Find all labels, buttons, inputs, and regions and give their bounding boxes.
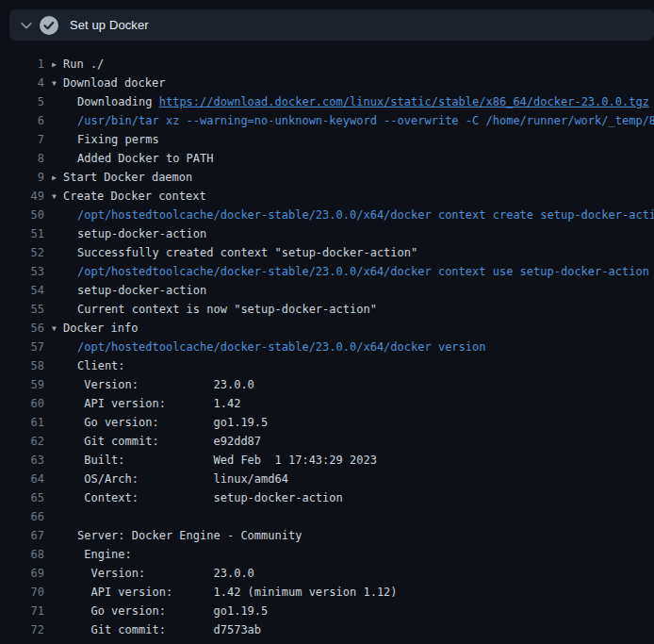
chevron-down-icon[interactable] — [19, 18, 34, 33]
log-text: OS/Arch: linux/amd64 — [77, 472, 288, 486]
line-number[interactable]: 69 — [0, 564, 44, 583]
log-text: Server: Docker Engine - Community — [77, 529, 302, 542]
log-text: Added Docker to PATH — [77, 152, 214, 165]
log-command: /opt/hostedtoolcache/docker-stable/23.0.… — [77, 208, 654, 222]
log-line-row: 72 Git commit: d7573ab — [0, 620, 654, 639]
triangle-expanded-icon[interactable]: ▼ — [52, 320, 63, 338]
log-line-row: 54setup-docker-action — [0, 281, 654, 300]
group-title: Download docker — [63, 76, 165, 90]
log-link[interactable]: https://download.docker.com/linux/static… — [159, 95, 649, 108]
line-number[interactable]: 70 — [0, 583, 44, 602]
group-title: Create Docker context — [63, 190, 206, 203]
log-text: Current context is now "setup-docker-act… — [77, 303, 377, 316]
log-line-row: 71 Go version: go1.19.5 — [0, 602, 654, 620]
line-number[interactable]: 5 — [0, 92, 44, 111]
log-group-row[interactable]: 9▶Start Docker daemon — [0, 168, 654, 187]
log-text: Go version: go1.19.5 — [77, 416, 268, 429]
line-number[interactable]: 52 — [0, 243, 44, 262]
log-group-row[interactable]: 4▼Download docker — [0, 74, 654, 92]
line-number[interactable]: 1 — [0, 55, 44, 74]
line-number[interactable]: 62 — [0, 432, 44, 451]
step-header[interactable]: Set up Docker — [9, 9, 654, 41]
log-text: Git commit: d7573ab — [77, 623, 261, 636]
log-text: Built: Wed Feb 1 17:43:29 2023 — [77, 454, 377, 467]
log-text: Version: 23.0.0 — [77, 567, 254, 580]
log-line-row: 66 — [0, 507, 654, 526]
line-number[interactable]: 60 — [0, 394, 44, 413]
line-number[interactable]: 59 — [0, 375, 44, 394]
line-number[interactable]: 67 — [0, 526, 44, 545]
line-number[interactable]: 64 — [0, 470, 44, 488]
line-number[interactable]: 51 — [0, 224, 44, 243]
line-number[interactable]: 72 — [0, 620, 44, 639]
log-text: Context: setup-docker-action — [77, 491, 343, 504]
log-line-row: 60 API version: 1.42 — [0, 394, 654, 413]
log-line-row: 58Client: — [0, 356, 654, 375]
line-number[interactable]: 56 — [0, 319, 44, 338]
log-line-row: 55Current context is now "setup-docker-a… — [0, 300, 654, 319]
line-number[interactable]: 50 — [0, 206, 44, 224]
log-line-row: 57/opt/hostedtoolcache/docker-stable/23.… — [0, 338, 654, 356]
line-number[interactable]: 71 — [0, 602, 44, 620]
log-lines: 1▶Run ./4▼Download docker5Downloading ht… — [0, 55, 654, 639]
log-line-row: 63 Built: Wed Feb 1 17:43:29 2023 — [0, 451, 654, 470]
line-number[interactable]: 54 — [0, 281, 44, 300]
line-number[interactable]: 65 — [0, 488, 44, 507]
log-line-row: 62 Git commit: e92dd87 — [0, 432, 654, 451]
line-number[interactable]: 58 — [0, 356, 44, 375]
log-command: /opt/hostedtoolcache/docker-stable/23.0.… — [77, 340, 485, 354]
log-line-row: 69 Version: 23.0.0 — [0, 564, 654, 583]
line-number[interactable]: 53 — [0, 262, 44, 281]
line-number[interactable]: 8 — [0, 149, 44, 168]
line-number[interactable]: 57 — [0, 338, 44, 356]
log-line-row: 50/opt/hostedtoolcache/docker-stable/23.… — [0, 206, 654, 224]
group-title: Docker info — [63, 322, 138, 335]
log-text: Successfully created context "setup-dock… — [77, 246, 417, 259]
triangle-expanded-icon[interactable]: ▼ — [52, 74, 63, 92]
log-text: Go version: go1.19.5 — [77, 604, 268, 618]
log-line-row: 51setup-docker-action — [0, 224, 654, 243]
log-group-row[interactable]: 49▼Create Docker context — [0, 187, 654, 206]
line-number[interactable]: 61 — [0, 413, 44, 432]
log-line-row: 65 Context: setup-docker-action — [0, 488, 654, 507]
log-group-row[interactable]: 56▼Docker info — [0, 319, 654, 338]
line-number[interactable]: 9 — [0, 168, 44, 187]
log-text: Engine: — [77, 548, 132, 561]
line-number[interactable]: 4 — [0, 74, 44, 92]
triangle-collapsed-icon[interactable]: ▶ — [52, 169, 63, 187]
log-line-row: 68 Engine: — [0, 545, 654, 564]
log-line-row: 52Successfully created context "setup-do… — [0, 243, 654, 262]
log-line-row: 53/opt/hostedtoolcache/docker-stable/23.… — [0, 262, 654, 281]
line-number[interactable]: 7 — [0, 130, 44, 149]
line-number[interactable]: 49 — [0, 187, 44, 206]
triangle-expanded-icon[interactable]: ▼ — [52, 188, 63, 206]
log-text: Version: 23.0.0 — [77, 378, 254, 391]
triangle-collapsed-icon[interactable]: ▶ — [52, 56, 63, 74]
log-text: setup-docker-action — [77, 284, 206, 297]
log-line-row: 67Server: Docker Engine - Community — [0, 526, 654, 545]
check-circle-icon — [40, 16, 58, 35]
log-line-row: 70 API version: 1.42 (minimum version 1.… — [0, 583, 654, 602]
log-text: Downloading — [77, 95, 159, 108]
log-group-row[interactable]: 1▶Run ./ — [0, 55, 654, 74]
log-line-row: 59 Version: 23.0.0 — [0, 375, 654, 394]
log-text: Git commit: e92dd87 — [77, 435, 261, 448]
log-line-row: 8Added Docker to PATH — [0, 149, 654, 168]
log-line-row: 64 OS/Arch: linux/amd64 — [0, 470, 654, 488]
group-title: Start Docker daemon — [63, 171, 192, 184]
log-line-row: 7Fixing perms — [0, 130, 654, 149]
log-command: /opt/hostedtoolcache/docker-stable/23.0.… — [77, 265, 649, 278]
line-number[interactable]: 55 — [0, 300, 44, 319]
log-line-row: 6/usr/bin/tar xz --warning=no-unknown-ke… — [0, 111, 654, 130]
log-command: /usr/bin/tar xz --warning=no-unknown-key… — [77, 114, 654, 127]
group-title: Run ./ — [63, 58, 104, 71]
log-text: API version: 1.42 — [77, 397, 240, 410]
log-text: Client: — [77, 359, 125, 372]
line-number[interactable]: 66 — [0, 507, 44, 526]
log-text: Fixing perms — [77, 133, 159, 146]
log-line-row: 5Downloading https://download.docker.com… — [0, 92, 654, 111]
line-number[interactable]: 63 — [0, 451, 44, 470]
line-number[interactable]: 6 — [0, 111, 44, 130]
log-line-row: 61 Go version: go1.19.5 — [0, 413, 654, 432]
line-number[interactable]: 68 — [0, 545, 44, 564]
